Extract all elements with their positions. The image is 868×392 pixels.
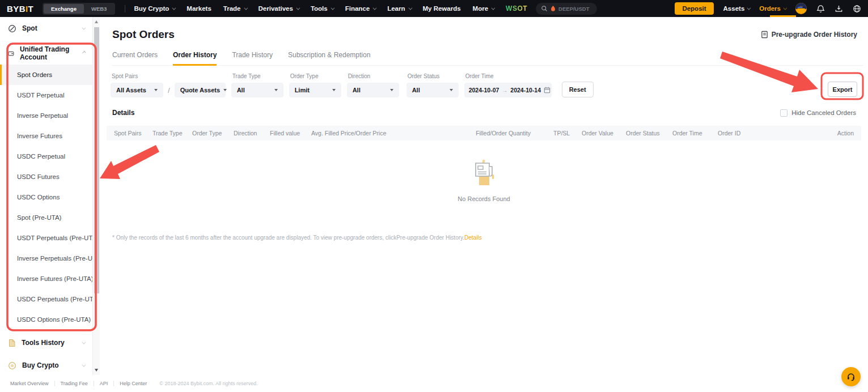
nav-item-derivatives[interactable]: Derivatives [259, 5, 299, 12]
sidebar-item-label: Buy Crypto [22, 361, 59, 369]
sidebar-scrollbar[interactable] [92, 17, 100, 375]
nav-item-label: Learn [387, 5, 405, 12]
document-icon [761, 31, 768, 39]
order-status-value: All [412, 87, 420, 93]
sidebar-item-unified-trading-account[interactable]: Unified Trading Account [0, 42, 92, 65]
orders-table-header: Spot Pairs Trade Type Order Type Directi… [107, 126, 861, 140]
sidebar-item-usdc-futures[interactable]: USDC Futures [0, 167, 92, 187]
empty-state: No Records Found [100, 159, 868, 202]
nav-item-learn[interactable]: Learn [387, 5, 410, 12]
scrollbar-thumb[interactable] [94, 27, 99, 293]
nav-item-tools[interactable]: Tools [311, 5, 333, 12]
language-button[interactable] [853, 5, 861, 13]
footer-link-help-center[interactable]: Help Center [114, 381, 153, 386]
sidebar-item-tools-history[interactable]: Tools History [0, 331, 92, 354]
notifications-button[interactable] [816, 5, 825, 13]
sidebar-item-inverse-futures-pre-uta[interactable]: Inverse Futures (Pre-UTA) [0, 269, 92, 289]
col-spot-pairs: Spot Pairs [114, 130, 153, 137]
copyright-text: © 2018-2024 Bybit.com. All rights reserv… [159, 381, 257, 386]
filter-label: Order Status [407, 73, 459, 79]
mode-tab-web3[interactable]: WEB3 [84, 4, 114, 14]
nav-item-my-rewards[interactable]: My Rewards [423, 5, 461, 12]
filter-order-time: Order Time 2024-10-07 → 2024-10-14 [464, 73, 552, 97]
nav-item-label: My Rewards [423, 5, 461, 12]
downloads-button[interactable] [835, 5, 843, 13]
base-asset-select[interactable]: All Assets [111, 83, 163, 97]
pre-upgrade-order-history-link[interactable]: Pre-upgrade Order History [761, 31, 857, 39]
nav-item-markets[interactable]: Markets [187, 5, 211, 12]
assets-menu[interactable]: Assets [723, 5, 750, 12]
sidebar-item-usdt-perpetuals-pre-uta[interactable]: USDT Perpetuals (Pre-UTA) [0, 228, 92, 248]
tab-order-history[interactable]: Order History [173, 51, 217, 65]
nav-item-trade[interactable]: Trade [223, 5, 247, 12]
col-order-id: Order ID [718, 130, 765, 137]
nav-divider [125, 5, 125, 12]
coin-icon [8, 361, 16, 370]
hide-canceled-checkbox[interactable] [780, 109, 787, 117]
tab-trade-history[interactable]: Trade History [232, 51, 273, 65]
chevron-down-icon [244, 6, 248, 10]
avatar[interactable] [795, 3, 807, 14]
sidebar-item-inverse-perpetual[interactable]: Inverse Perpetual [0, 105, 92, 126]
filter-label: Direction [347, 73, 399, 79]
sidebar-item-inverse-futures[interactable]: Inverse Futures [0, 126, 92, 146]
col-order-value: Order Value [582, 130, 626, 137]
sidebar-item-usdt-perpetual[interactable]: USDT Perpetual [0, 85, 92, 105]
direction-select[interactable]: All [347, 83, 399, 97]
sidebar-item-label: Spot Orders [17, 71, 52, 78]
col-action: Action [765, 130, 854, 137]
hide-canceled-orders-control[interactable]: Hide Canceled Orders [780, 109, 856, 117]
sidebar-item-usdc-perpetuals-pre-uta[interactable]: USDC Perpetuals (Pre-UTA) [0, 289, 92, 309]
filter-label: Spot Pairs [111, 73, 226, 79]
col-filled-order-quantity: Filled/Order Quantity [446, 130, 531, 137]
nav-item-label: Buy Crypto [134, 5, 169, 12]
tab-current-orders[interactable]: Current Orders [112, 51, 158, 65]
nav-item-finance[interactable]: Finance [345, 5, 375, 12]
quote-asset-select[interactable]: Quote Assets [175, 83, 226, 97]
footnote-details-link[interactable]: Details [464, 235, 482, 241]
sidebar-item-spot-pre-uta[interactable]: Spot (Pre-UTA) [0, 207, 92, 228]
reset-button[interactable]: Reset [562, 82, 594, 97]
sidebar-item-label: USDC Perpetual [17, 153, 65, 160]
wsot-link[interactable]: WSOT [506, 5, 527, 12]
bybit-logo[interactable]: BYBIT [7, 4, 33, 14]
top-navbar: BYBIT Exchange WEB3 Buy Crypto Markets T… [0, 0, 868, 17]
sidebar-item-usdc-options[interactable]: USDC Options [0, 187, 92, 207]
footer-link-trading-fee[interactable]: Trading Fee [55, 381, 94, 386]
date-range-picker[interactable]: 2024-10-07 → 2024-10-14 [464, 83, 552, 97]
globe-icon [853, 5, 861, 13]
nav-item-buy-crypto[interactable]: Buy Crypto [134, 5, 175, 12]
support-chat-button[interactable] [841, 367, 861, 386]
nav-item-more[interactable]: More [473, 5, 494, 12]
footer-link-market-overview[interactable]: Market Overview [5, 381, 55, 386]
filter-trade-type: Trade Type All [231, 73, 283, 97]
sidebar-item-usdc-perpetual[interactable]: USDC Perpetual [0, 146, 92, 167]
assets-label: Assets [723, 5, 745, 12]
logo-text: BYB [7, 4, 26, 14]
date-range-arrow-icon: → [502, 87, 507, 93]
orders-menu[interactable]: Orders [759, 5, 786, 12]
mode-tab-exchange[interactable]: Exchange [44, 4, 84, 14]
search-input[interactable]: DEEP/USDT [536, 3, 597, 15]
nav-item-label: Derivatives [259, 5, 293, 12]
chevron-down-icon [172, 6, 176, 10]
sidebar-item-buy-crypto[interactable]: Buy Crypto [0, 354, 92, 375]
sidebar-item-usdc-options-pre-uta[interactable]: USDC Options (Pre-UTA) [0, 309, 92, 330]
sidebar-item-spot-orders[interactable]: Spot Orders [0, 65, 92, 85]
sidebar-item-label: Inverse Perpetuals (Pre-UTA) [17, 255, 100, 262]
export-button[interactable]: Export [828, 82, 857, 97]
deposit-button[interactable]: Deposit [675, 2, 713, 15]
nav-item-label: Trade [223, 5, 241, 12]
order-tabs: Current Orders Order History Trade Histo… [112, 51, 863, 66]
sidebar-item-inverse-perpetuals-pre-uta[interactable]: Inverse Perpetuals (Pre-UTA) [0, 248, 92, 269]
trade-type-select[interactable]: All [231, 83, 283, 97]
sidebar-item-spot[interactable]: Spot [0, 17, 92, 40]
scrollbar-up-arrow-icon[interactable] [95, 20, 98, 23]
filter-spot-pairs: Spot Pairs All Assets / Quote Assets [111, 73, 226, 97]
tab-subscription-redemption[interactable]: Subscription & Redemption [288, 51, 370, 65]
order-status-select[interactable]: All [407, 83, 459, 97]
scrollbar-down-arrow-icon[interactable] [95, 369, 98, 372]
order-type-select[interactable]: Limit [289, 83, 341, 97]
sidebar-item-label: USDT Perpetuals (Pre-UTA) [17, 235, 99, 241]
footer-link-api[interactable]: API [94, 381, 115, 386]
